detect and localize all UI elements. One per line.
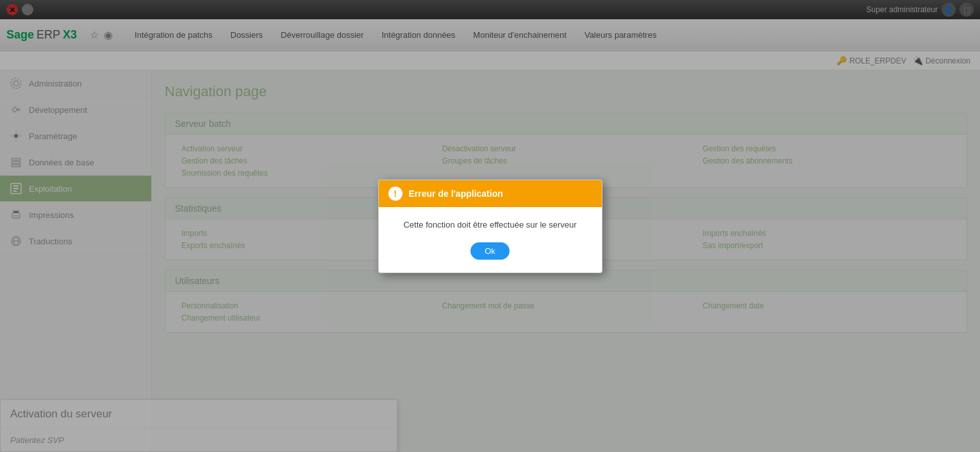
modal-overlay: ! Erreur de l'application Cette fonction… xyxy=(0,0,980,452)
error-modal: ! Erreur de l'application Cette fonction… xyxy=(378,180,602,273)
modal-body: Cette fonction doit être effectuée sur l… xyxy=(379,207,602,272)
modal-header: ! Erreur de l'application xyxy=(379,180,602,207)
modal-message: Cette fonction doit être effectuée sur l… xyxy=(388,220,592,230)
modal-warning-icon: ! xyxy=(388,187,403,201)
modal-ok-button[interactable]: Ok xyxy=(470,242,510,260)
modal-header-title: Erreur de l'application xyxy=(409,188,503,199)
